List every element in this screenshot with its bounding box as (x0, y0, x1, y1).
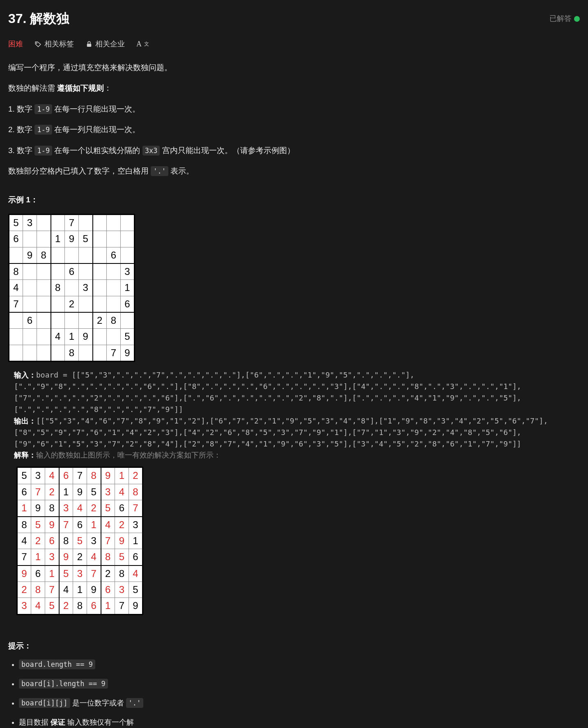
rule1-pre: 1. 数字 (8, 105, 34, 113)
sudoku-cell: 7 (87, 565, 101, 582)
tab-row: 困难 相关标签 相关企业 A文 (8, 38, 580, 50)
sudoku-cell (37, 280, 51, 296)
example-label: 示例 1： (8, 194, 580, 206)
svg-point-0 (37, 43, 37, 43)
sudoku-cell: 8 (17, 517, 31, 533)
sudoku-cell (93, 231, 107, 247)
solved-label: 已解答 (549, 13, 572, 25)
sudoku-cell: 7 (101, 533, 115, 549)
sudoku-cell (51, 296, 65, 312)
rule2-code: 1-9 (34, 125, 52, 135)
input-text: board = [["5","3",".",".","7",".",".",".… (14, 371, 521, 414)
sudoku-cell: 9 (87, 582, 101, 598)
sudoku-cell: 1 (115, 467, 129, 484)
sudoku-cell: 9 (65, 231, 79, 247)
sudoku-cell: 5 (115, 549, 129, 565)
sudoku-cell: 8 (129, 484, 143, 500)
sudoku-cell: 2 (101, 565, 115, 582)
sudoku-cell (121, 214, 135, 231)
note-text: 数独部分空格内已填入了数字，空白格用 '.' 表示。 (8, 165, 580, 177)
sudoku-cell: 2 (59, 598, 73, 614)
tab-companies[interactable]: 相关企业 (85, 38, 125, 50)
sudoku-cell: 1 (31, 549, 45, 565)
sudoku-cell (107, 214, 121, 231)
intro-text: 编写一个程序，通过填充空格来解决数独问题。 (8, 62, 580, 74)
sudoku-cell: 4 (17, 533, 31, 549)
sudoku-cell (79, 296, 93, 312)
sudoku-cell: 8 (9, 263, 23, 280)
sudoku-cell: 6 (59, 467, 73, 484)
rule-2: 2. 数字 1-9 在每一列只能出现一次。 (8, 124, 580, 136)
sudoku-cell: 6 (17, 484, 31, 500)
sudoku-cell (51, 345, 65, 361)
sudoku-cell: 7 (129, 500, 143, 517)
sudoku-cell (37, 231, 51, 247)
sudoku-cell: 1 (121, 280, 135, 296)
sudoku-cell: 3 (87, 533, 101, 549)
sudoku-cell: 4 (45, 467, 59, 484)
output-label: 输出： (14, 417, 36, 425)
fontsize-icon: A (136, 38, 142, 50)
sudoku-cell: 4 (9, 280, 23, 296)
sudoku-cell: 1 (59, 484, 73, 500)
sudoku-cell: 5 (87, 484, 101, 500)
sudoku-cell: 7 (59, 517, 73, 533)
tab-tags[interactable]: 相关标签 (34, 38, 74, 50)
sudoku-cell: 8 (115, 565, 129, 582)
sudoku-cell: 9 (45, 517, 59, 533)
sudoku-cell: 7 (9, 296, 23, 312)
rule-3: 3. 数字 1-9 在每一个以粗实线分隔的 3x3 宫内只能出现一次。（请参考示… (8, 144, 580, 157)
sudoku-cell: 5 (79, 231, 93, 247)
sudoku-cell: 9 (121, 345, 135, 361)
sudoku-cell (37, 312, 51, 329)
sudoku-cell: 3 (121, 263, 135, 280)
sudoku-cell: 1 (65, 329, 79, 345)
rules-intro-pre: 数独的解法需 (8, 84, 57, 92)
sudoku-cell: 7 (107, 345, 121, 361)
sudoku-cell: 8 (37, 247, 51, 263)
sudoku-cell: 7 (45, 582, 59, 598)
rule3-post: 宫内只能出现一次。（请参考示例图） (160, 146, 294, 155)
sudoku-cell (23, 231, 37, 247)
sudoku-cell (121, 231, 135, 247)
sudoku-cell: 4 (87, 549, 101, 565)
rule2-pre: 2. 数字 (8, 125, 34, 134)
sudoku-cell (79, 345, 93, 361)
sudoku-cell (107, 231, 121, 247)
rule1-code: 1-9 (34, 104, 52, 114)
sudoku-cell: 6 (31, 565, 45, 582)
sudoku-cell: 1 (87, 517, 101, 533)
sudoku-cell (51, 214, 65, 231)
sudoku-cell: 3 (17, 598, 31, 614)
sudoku-cell: 2 (45, 484, 59, 500)
svg-rect-1 (87, 43, 92, 47)
sudoku-cell: 4 (115, 484, 129, 500)
sudoku-cell (37, 214, 51, 231)
sudoku-cell: 4 (73, 500, 87, 517)
sudoku-cell: 9 (59, 549, 73, 565)
sudoku-cell: 9 (23, 247, 37, 263)
description: 编写一个程序，通过填充空格来解决数独问题。 数独的解法需 遵循如下规则： 1. … (8, 62, 580, 177)
sudoku-cell: 2 (129, 467, 143, 484)
sudoku-cell: 6 (107, 247, 121, 263)
sudoku-cell (107, 263, 121, 280)
sudoku-cell: 9 (129, 598, 143, 614)
rule-1: 1. 数字 1-9 在每一行只能出现一次。 (8, 103, 580, 115)
hint-item: board[i].length == 9 (19, 678, 580, 690)
solved-dot-icon (574, 16, 580, 22)
sudoku-cell: 1 (101, 598, 115, 614)
sudoku-cell (37, 345, 51, 361)
sudoku-input-grid: 537619598686348317266284195879 (8, 214, 135, 362)
tab-fontsize[interactable]: A文 (136, 38, 149, 50)
sudoku-cell: 7 (73, 467, 87, 484)
sudoku-cell: 4 (101, 517, 115, 533)
sudoku-cell (107, 296, 121, 312)
sudoku-cell (107, 329, 121, 345)
sudoku-cell (9, 312, 23, 329)
solved-status: 已解答 (549, 13, 580, 25)
sudoku-cell (93, 280, 107, 296)
sudoku-cell: 6 (87, 598, 101, 614)
sudoku-cell: 9 (79, 329, 93, 345)
sudoku-cell: 9 (17, 565, 31, 582)
sudoku-cell (23, 296, 37, 312)
